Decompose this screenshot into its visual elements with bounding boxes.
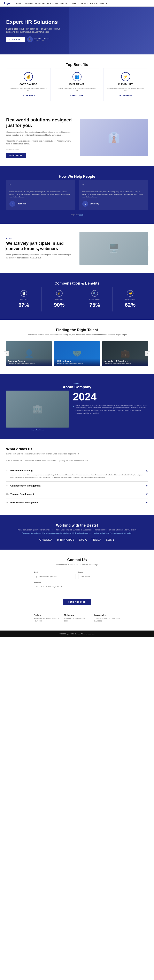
cost-savings-icon: 💰 xyxy=(24,72,33,81)
accordion-toggle-0: ∧ xyxy=(146,469,148,472)
flexibility-icon: ⚡ xyxy=(121,72,130,81)
partner-logo-0: CROLLA xyxy=(39,538,52,541)
about-inner: 🏢 Images from Pexels 2024 › Lorem ipsum … xyxy=(6,391,148,431)
nav-contact[interactable]: CONTACT xyxy=(60,2,70,4)
quote-icon-1: " xyxy=(83,183,144,189)
forums-text: BLOG We actively participate in and conv… xyxy=(6,237,75,259)
accordion-item-3: 04. Performance Management ∨ xyxy=(6,498,148,507)
benefits-grid: 💰 COST SAVINGS Lorem ipsum dolor sit ame… xyxy=(6,68,148,101)
office-addr-2: 360 New St, Suite 101 Los Angeles CA, 90… xyxy=(94,617,120,622)
accordion-header-2[interactable]: 03. Training Development ∨ xyxy=(6,492,148,496)
benefit-card-2: ⚡ FLEXIBILITY Lorem ipsum dolor sit amet… xyxy=(103,68,148,101)
help-image-credit: Images from Pexels xyxy=(6,214,148,216)
benefits-section: Top Benefits 💰 COST SAVINGS Lorem ipsum … xyxy=(0,54,154,109)
talent-card-2: 💼 Innovative HR Solutions Lorem ipsum ul… xyxy=(102,341,148,366)
email-label: Email xyxy=(34,571,76,573)
partner-logo-1: ◈ BINANCE xyxy=(57,538,75,541)
accordion-header-1[interactable]: 02. Compensation Management ∨ xyxy=(6,484,148,487)
partners-note: Paragraph. Lorem ipsum dolor sit amet, c… xyxy=(6,532,148,534)
office-addr-0: 40 Phinney Bay Approach Sydney NSW, 2000 xyxy=(34,617,60,622)
nav-landing[interactable]: LANDING xyxy=(24,2,33,4)
message-field[interactable] xyxy=(34,584,120,596)
office-addr-1: 123 Collins St. Melbourne VIC, 3000 xyxy=(64,617,90,622)
benefit-learn-more-0[interactable]: LEARN MORE xyxy=(22,95,35,97)
benefits-title: Top Benefits xyxy=(6,63,148,67)
nav-page4[interactable]: PAGE 4 xyxy=(90,2,97,4)
send-message-button[interactable]: SEND MESSAGE xyxy=(63,599,92,605)
stat-label-0: Benefits xyxy=(10,298,38,300)
nav-page3[interactable]: PAGE 3 xyxy=(81,2,88,4)
forums-description: Lorem ipsum dolor sit amet, consectetur … xyxy=(6,253,75,259)
nav-about[interactable]: ABOUT US xyxy=(35,2,45,4)
benefit-card-1: 👥 EXPERIENCE Lorem ipsum dolor sit amet,… xyxy=(55,68,99,101)
benefit-name-2: FLEXIBILITY xyxy=(106,83,146,86)
message-label: Message xyxy=(34,581,120,583)
phone-icon[interactable]: 📞 xyxy=(27,37,33,42)
experience-icon: 👥 xyxy=(73,72,81,81)
nav-home[interactable]: HOME xyxy=(15,2,21,4)
talent-card-title-0: Executive Search xyxy=(8,360,50,363)
recruitment-stat-icon: 🔍 xyxy=(91,290,98,297)
forums-prev-button[interactable]: ‹ xyxy=(1,246,6,251)
comp-stat-2: 🔍 Recruitment 75% xyxy=(77,287,113,312)
drives-section: What drives us Sample text. Click to edi… xyxy=(0,439,154,515)
forums-title: We actively participate in and convene f… xyxy=(6,240,75,251)
benefit-card-0: 💰 COST SAVINGS Lorem ipsum dolor sit ame… xyxy=(6,68,51,101)
accordion-item-1: 02. Compensation Management ∨ xyxy=(6,482,148,490)
nav-team[interactable]: OUR TEAM xyxy=(47,2,58,4)
name-field[interactable] xyxy=(78,574,120,579)
accordion-header-0[interactable]: 01. Recruitment Staffing ∧ xyxy=(6,469,148,472)
email-field[interactable] xyxy=(34,574,76,579)
benefit-learn-more-1[interactable]: LEARN MORE xyxy=(70,95,84,97)
partners-title: Working with the Bests! xyxy=(6,523,148,528)
office-sydney: Sydney 40 Phinney Bay Approach Sydney NS… xyxy=(34,614,60,622)
help-pexels-link[interactable]: Pexels xyxy=(79,214,83,216)
testimonial-text-1: Lorem ipsum dolor sit amet, consectetur … xyxy=(83,191,144,199)
accordion-num-3: 04. xyxy=(6,501,9,504)
partners-logos: CROLLA ◈ BINANCE EV3A TESLA SONY xyxy=(6,538,148,541)
contact-offices: Sydney 40 Phinney Bay Approach Sydney NS… xyxy=(34,610,120,622)
testimonial-0: " Lorem ipsum dolor sit amet, consectetu… xyxy=(6,180,75,210)
forums-image-placeholder: 🖥️ xyxy=(79,232,148,265)
talent-section: Finding the Right Talent Lorem ipsum dol… xyxy=(0,320,154,374)
talent-image-1: 🤝 HR Recruitment Lorem ipsum ullamco exe… xyxy=(54,341,100,366)
about-description: Lorem ipsum dolor sit amet, consectetur … xyxy=(76,404,148,415)
hero-image-overlay xyxy=(70,6,154,54)
footer-text: © 2024 Expert HR Solutions. All rights r… xyxy=(60,633,94,635)
drives-title: What drives us xyxy=(6,447,148,451)
forums-image: 🖥️ xyxy=(79,232,148,265)
form-group-message: Message xyxy=(34,581,120,596)
forums-next-button[interactable]: › xyxy=(148,246,153,251)
office-city-1: Melbourne xyxy=(64,614,90,616)
talent-overlay-1: HR Recruitment Lorem ipsum ullamco exerc… xyxy=(54,358,100,366)
nav-logo[interactable]: logo xyxy=(4,2,10,5)
contact-title: Contact Us xyxy=(6,558,148,562)
hero-description: Sample large text. Lorem ipsum dolor sit… xyxy=(6,27,68,33)
partners-paragraph: Paragraph. Lorem ipsum dolor sit amet, c… xyxy=(6,529,148,531)
nav-page5[interactable]: PAGE 5 xyxy=(100,2,107,4)
help-title: How We Help People xyxy=(6,174,148,179)
talent-card-sub-2: Lorem ipsum ullamco exercitation ullamco… xyxy=(104,363,146,364)
nav-page2[interactable]: PAGE 2 xyxy=(71,2,79,4)
accordion-header-3[interactable]: 04. Performance Management ∨ xyxy=(6,501,148,504)
hero-read-more-button[interactable]: READ MORE xyxy=(6,37,25,42)
talent-description: Lorem ipsum dolor sit amet, consectetur … xyxy=(6,333,148,336)
about-year: 2024 xyxy=(73,391,148,403)
talent-prev-button[interactable]: ‹ xyxy=(4,351,9,356)
talent-card-1: 🤝 HR Recruitment Lorem ipsum ullamco exe… xyxy=(54,341,100,366)
about-section: HISTORY About Company 🏢 Images from Pexe… xyxy=(0,374,154,439)
partners-section: Working with the Bests! Paragraph. Lorem… xyxy=(0,515,154,550)
realworld-read-more-button[interactable]: READ MORE xyxy=(6,153,26,158)
hero-title: Expert HR Solutions xyxy=(6,19,68,25)
benefit-name-0: COST SAVINGS xyxy=(8,83,48,86)
benefit-learn-more-2[interactable]: LEARN MORE xyxy=(119,95,132,97)
person-name-1: Sam Perry xyxy=(90,203,99,205)
drives-intro-2: Click to edit this text. Lorem ipsum dol… xyxy=(6,460,148,462)
name-label: Name xyxy=(78,571,120,573)
talent-next-button[interactable]: › xyxy=(145,351,150,356)
stat-percent-3: 62% xyxy=(116,302,144,308)
benefit-name-1: EXPERIENCE xyxy=(57,83,97,86)
arrow-icon: › xyxy=(73,404,74,408)
comp-stats: 📋 Benefits 67% 🎓 Trainings 90% 🔍 Recruit… xyxy=(6,287,148,312)
office-melbourne: Melbourne 123 Collins St. Melbourne VIC,… xyxy=(64,614,90,622)
